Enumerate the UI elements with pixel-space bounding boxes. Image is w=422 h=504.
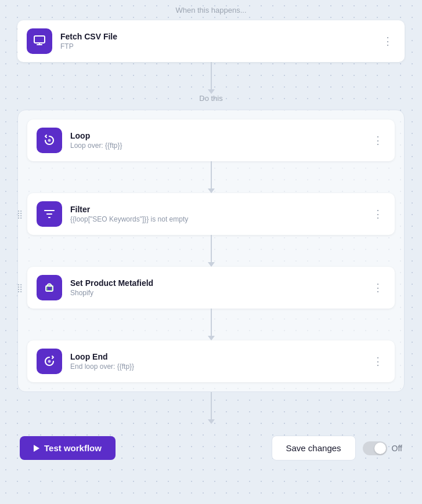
trigger-icon xyxy=(27,28,52,54)
loopend-more-button[interactable]: ⋮ xyxy=(370,354,385,369)
svg-rect-1 xyxy=(37,44,42,45)
filter-subtitle: {{loop["SEO Keywords"]}} is not empty xyxy=(70,215,370,223)
connector-line xyxy=(211,161,212,188)
trigger-more-button[interactable]: ⋮ xyxy=(380,34,395,49)
metafield-more-button[interactable]: ⋮ xyxy=(370,280,385,295)
filter-step-wrap: ⣿ Filter {{loop["SEO Keywords"]}} is not… xyxy=(27,193,395,235)
right-controls: Save changes Off xyxy=(272,436,403,461)
metafield-info: Set Product Metafield Shopify xyxy=(70,278,370,297)
trigger-subtitle: FTP xyxy=(60,42,380,50)
connector-arrow xyxy=(208,89,215,94)
shopify-icon xyxy=(37,275,62,300)
trigger-title: Fetch CSV File xyxy=(60,32,380,41)
loopend-title: Loop End xyxy=(70,352,370,361)
trigger-info: Fetch CSV File FTP xyxy=(60,32,380,50)
filter-drag-handle[interactable]: ⣿ xyxy=(17,209,23,219)
metafield-title: Set Product Metafield xyxy=(70,278,370,288)
loop-icon xyxy=(37,128,62,153)
filter-more-button[interactable]: ⋮ xyxy=(370,206,385,222)
loop-subtitle: Loop over: {{ftp}} xyxy=(70,142,370,150)
do-this-block: Loop Loop over: {{ftp}} ⋮ ⣿ Filter {{loo… xyxy=(17,110,405,392)
metafield-drag-handle[interactable]: ⣿ xyxy=(17,283,23,292)
metafield-subtitle: Shopify xyxy=(70,289,370,297)
play-icon xyxy=(34,445,39,452)
svg-rect-0 xyxy=(34,36,45,43)
connector-4 xyxy=(208,309,215,340)
connector-line xyxy=(211,392,212,419)
connector-line xyxy=(211,309,212,336)
metafield-step-card: Set Product Metafield Shopify ⋮ xyxy=(27,267,395,309)
connector-3 xyxy=(208,235,215,267)
connector-line xyxy=(211,235,212,262)
filter-icon xyxy=(37,201,62,227)
connector-arrow xyxy=(208,419,215,424)
connector-1 xyxy=(208,62,215,94)
loopend-step-wrap: Loop End End loop over: {{ftp}} ⋮ xyxy=(27,340,395,382)
connector-2 xyxy=(208,161,215,193)
save-label: Save changes xyxy=(286,443,341,453)
connector-arrow xyxy=(208,336,215,340)
toggle-thumb xyxy=(374,443,386,454)
when-label: When this happens... xyxy=(175,6,246,14)
metafield-step-wrap: ⣿ Set Product Metafield Shopify ⋮ xyxy=(27,267,395,309)
filter-step-card: Filter {{loop["SEO Keywords"]}} is not e… xyxy=(27,193,395,235)
loop-title: Loop xyxy=(70,131,370,140)
do-this-label: Do this xyxy=(199,94,222,103)
save-changes-button[interactable]: Save changes xyxy=(272,436,356,461)
loop-step-card: Loop Loop over: {{ftp}} ⋮ xyxy=(27,119,395,161)
test-workflow-button[interactable]: Test workflow xyxy=(20,436,116,460)
connector-final xyxy=(208,392,215,424)
svg-point-7 xyxy=(48,360,51,363)
loopend-icon xyxy=(37,349,62,374)
toggle-wrap[interactable]: Off xyxy=(363,441,402,455)
toggle-label: Off xyxy=(392,444,402,453)
bottom-bar: Test workflow Save changes Off xyxy=(17,436,405,461)
loopend-info: Loop End End loop over: {{ftp}} xyxy=(70,352,370,371)
connector-line xyxy=(211,62,212,89)
loop-info: Loop Loop over: {{ftp}} xyxy=(70,131,370,150)
loop-step-wrap: Loop Loop over: {{ftp}} ⋮ xyxy=(27,119,395,161)
loop-more-button[interactable]: ⋮ xyxy=(370,133,385,148)
loopend-subtitle: End loop over: {{ftp}} xyxy=(70,362,370,371)
loopend-step-card: Loop End End loop over: {{ftp}} ⋮ xyxy=(27,340,395,382)
trigger-card: Fetch CSV File FTP ⋮ xyxy=(17,20,405,62)
toggle-track[interactable] xyxy=(363,441,387,455)
test-workflow-label: Test workflow xyxy=(44,443,102,453)
svg-point-3 xyxy=(48,139,51,142)
filter-title: Filter xyxy=(70,205,370,214)
connector-arrow xyxy=(208,188,215,193)
filter-info: Filter {{loop["SEO Keywords"]}} is not e… xyxy=(70,205,370,223)
connector-arrow xyxy=(208,262,215,267)
